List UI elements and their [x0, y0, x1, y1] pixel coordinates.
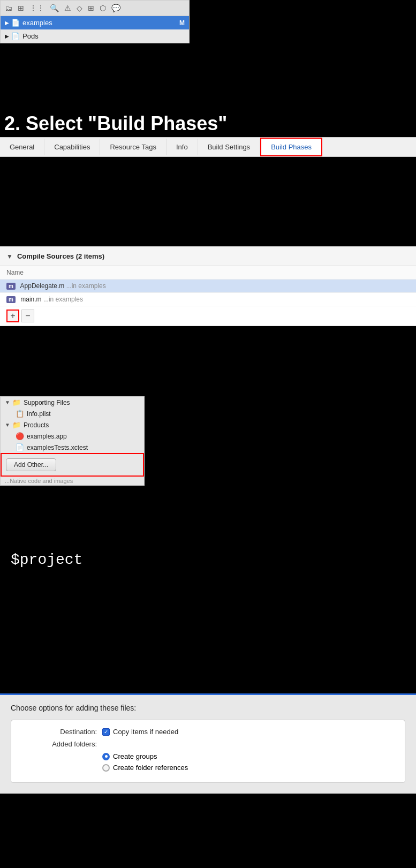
tree-item-label: Products	[24, 421, 49, 429]
nav-item-label: examples	[22, 19, 52, 27]
added-folders-label: Added folders:	[22, 740, 97, 748]
nav-badge: M	[179, 19, 185, 27]
m-badge: m	[6, 283, 16, 290]
options-inner: Destination: ✓ Copy items if needed Adde…	[11, 720, 405, 783]
tree-item-supporting-files[interactable]: ▼ 📁 Supporting Files	[1, 397, 144, 408]
navigator-toolbar: 🗂 ⊞ ⋮⋮ 🔍 ⚠ ◇ ⊞ ⬡ 💬	[1, 1, 189, 16]
arrow-icon: ▶	[5, 33, 9, 39]
diamond-icon[interactable]: ◇	[77, 4, 82, 12]
collapse-triangle-icon[interactable]: ▼	[6, 253, 13, 260]
tree-item-label: examples.app	[27, 433, 67, 440]
tag-icon[interactable]: ⬡	[100, 4, 106, 12]
tab-build-phases[interactable]: Build Phases	[260, 138, 322, 156]
app-icon: 🔴	[16, 432, 24, 440]
nav-item-label: Pods	[22, 32, 39, 40]
folder-icon: 📁	[12, 421, 21, 429]
tab-general[interactable]: General	[0, 139, 44, 155]
destination-label: Destination:	[22, 728, 97, 736]
destination-value: ✓ Copy items if needed	[102, 728, 178, 736]
chat-icon[interactable]: 💬	[111, 4, 120, 12]
create-groups-row: Create groups	[102, 752, 394, 760]
build-phases-section: 2. Select "Build Phases" General Capabil…	[0, 107, 416, 157]
tree-item-label: Info.plist	[27, 410, 51, 418]
arrow-icon: ▼	[5, 399, 10, 405]
tab-resource-tags[interactable]: Resource Tags	[100, 139, 166, 155]
plist-file-icon: 📋	[16, 410, 24, 418]
column-name-header: Name	[0, 266, 416, 280]
search-icon[interactable]: 🔍	[50, 4, 59, 12]
truncated-label: ...Native code and images	[1, 477, 144, 485]
m-badge: m	[6, 296, 16, 303]
options-title: Choose options for adding these files:	[11, 704, 405, 712]
project-variable: $project	[11, 552, 82, 568]
tab-capabilities[interactable]: Capabilities	[44, 139, 100, 155]
file-name: main.m	[20, 296, 41, 303]
table-row[interactable]: m AppDelegate.m ...in examples	[0, 280, 416, 293]
file-cell: m AppDelegate.m ...in examples	[0, 280, 416, 293]
add-other-container: Add Other...	[1, 453, 144, 477]
tab-info[interactable]: Info	[167, 139, 198, 155]
step-heading: 2. Select "Build Phases"	[0, 107, 416, 137]
tab-build-settings[interactable]: Build Settings	[198, 139, 261, 155]
file-cell: m main.m ...in examples	[0, 293, 416, 306]
file-name: AppDelegate.m	[20, 282, 65, 290]
arrow-icon: ▼	[5, 422, 10, 428]
tree-item-label: examplesTests.xctest	[27, 444, 88, 451]
compile-table: Name m AppDelegate.m ...in examples m ma…	[0, 266, 416, 306]
add-source-button[interactable]: +	[6, 310, 19, 322]
create-folder-references-label: Create folder references	[113, 764, 188, 772]
add-other-button[interactable]: Add Other...	[6, 458, 56, 471]
add-remove-bar: + −	[0, 306, 416, 326]
tree-item-label: Supporting Files	[24, 399, 70, 406]
folder-icon: 📁	[12, 398, 21, 406]
file-path: ...in examples	[43, 296, 83, 303]
tabs-bar: General Capabilities Resource Tags Info …	[0, 137, 416, 157]
file-tree-panel: ▼ 📁 Supporting Files 📋 Info.plist ▼ 📁 Pr…	[0, 396, 145, 486]
test-icon: 📄	[16, 443, 24, 451]
compile-sources-panel: ▼ Compile Sources (2 items) Name m AppDe…	[0, 246, 416, 326]
file-icon: 📄	[11, 19, 20, 27]
create-folder-references-row: Create folder references	[102, 764, 394, 772]
folder-icon[interactable]: 🗂	[5, 4, 12, 12]
create-folder-references-radio[interactable]	[102, 764, 110, 772]
tree-item-products[interactable]: ▼ 📁 Products	[1, 419, 144, 431]
hierarchy-icon[interactable]: ⋮⋮	[29, 4, 44, 12]
tree-item-examples-tests[interactable]: 📄 examplesTests.xctest	[1, 442, 144, 453]
create-groups-label: Create groups	[113, 752, 157, 760]
destination-text: Copy items if needed	[113, 728, 178, 736]
compile-sources-title: Compile Sources (2 items)	[17, 252, 104, 260]
nav-item-examples[interactable]: ▶ 📄 examples M	[1, 16, 189, 29]
table-row[interactable]: m main.m ...in examples	[0, 293, 416, 306]
remove-source-button[interactable]: −	[21, 310, 34, 322]
options-panel: Choose options for adding these files: D…	[0, 693, 416, 794]
compile-sources-header: ▼ Compile Sources (2 items)	[0, 247, 416, 266]
tree-item-examples-app[interactable]: 🔴 examples.app	[1, 431, 144, 442]
destination-row: Destination: ✓ Copy items if needed	[22, 728, 394, 736]
grid-icon[interactable]: ⊞	[88, 4, 94, 12]
file-icon: 📄	[11, 32, 20, 40]
added-folders-row: Added folders:	[22, 740, 394, 748]
nav-item-pods[interactable]: ▶ 📄 Pods	[1, 29, 189, 43]
tree-item-info-plist[interactable]: 📋 Info.plist	[1, 408, 144, 419]
create-groups-radio[interactable]	[102, 753, 110, 760]
file-path: ...in examples	[66, 282, 106, 290]
navigator-panel: 🗂 ⊞ ⋮⋮ 🔍 ⚠ ◇ ⊞ ⬡ 💬 ▶ 📄 examples M ▶ 📄 Po…	[0, 0, 190, 43]
copy-items-checkbox[interactable]: ✓	[102, 728, 110, 736]
arrow-icon: ▶	[5, 20, 9, 26]
diff-icon[interactable]: ⊞	[18, 4, 24, 12]
warning-icon[interactable]: ⚠	[64, 4, 71, 12]
